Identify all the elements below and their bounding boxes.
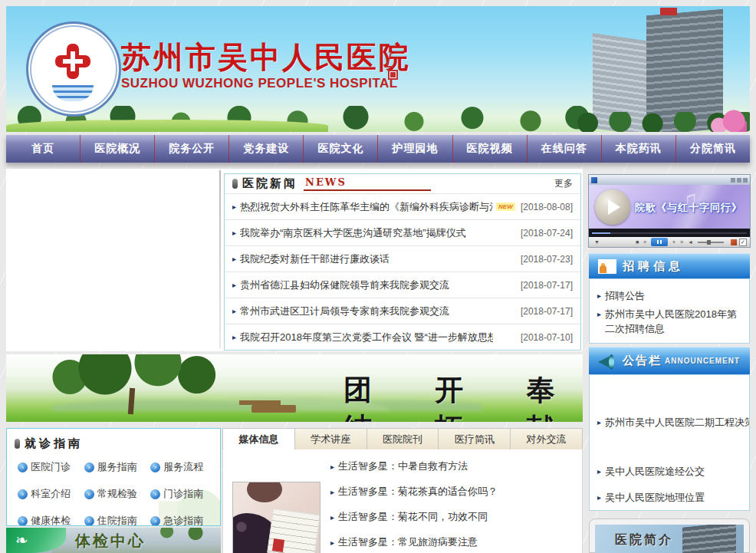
minimize-icon[interactable] (731, 178, 735, 183)
previous-icon[interactable]: « (643, 239, 646, 245)
announcement-item[interactable]: 吴中人民医院地理位置 (597, 490, 705, 505)
close-icon[interactable] (743, 178, 748, 183)
news-item[interactable]: 我院召开2018年度第三次党委工作会议 暨“进一步解放思想 [2018-07-1… (225, 324, 580, 350)
tree-graphic (52, 354, 228, 396)
guide-link-service-guide[interactable]: 服务指南 (84, 460, 151, 474)
guide-link-outpatient[interactable]: 医院门诊 (18, 460, 84, 474)
bullet-arrow-icon (232, 202, 236, 211)
tab-journal[interactable]: 医院院刊 (366, 428, 439, 450)
nav-item-qa[interactable]: 在线问答 (528, 135, 602, 163)
nav-item-culture[interactable]: 医院文化 (304, 135, 378, 163)
seek-progress (592, 232, 610, 234)
grass-graphic (6, 120, 328, 132)
next-icon[interactable]: » (672, 239, 675, 245)
orb-arrow-icon (150, 462, 160, 472)
flower-graphic (704, 101, 747, 132)
nav-item-overview[interactable]: 医院概况 (81, 135, 155, 163)
bullet-arrow-icon (330, 488, 334, 496)
menu-dropdown-icon[interactable]: ▼ (594, 239, 600, 245)
article-item[interactable]: 生活智多星：菊花茶真的适合你吗？ (330, 484, 498, 499)
bench-graphic (251, 405, 296, 413)
orb-arrow-icon (84, 462, 94, 472)
guide-link-outpatient-guide[interactable]: 门诊指南 (150, 487, 217, 501)
play-icon (608, 199, 620, 215)
hospital-homepage: 苏州市吴中人民医院 SUZHOU WUZHONG PEOPLE'S HOSPIT… (0, 0, 756, 553)
article-item[interactable]: 生活智多星：常见旅游病要注意 (330, 535, 478, 550)
guide-link-tests[interactable]: 常规检验 (84, 487, 151, 501)
megaphone-icon (597, 353, 616, 370)
stop-icon[interactable]: ■ (636, 239, 639, 245)
recruitment-item[interactable]: 招聘公告 (597, 288, 645, 303)
tab-briefs[interactable]: 医疗简讯 (438, 428, 511, 450)
player-logo-icon (591, 177, 597, 183)
tab-exchange[interactable]: 对外交流 (510, 428, 583, 450)
nav-item-home[interactable]: 首页 (6, 135, 81, 163)
guide-link-departments[interactable]: 科室介绍 (18, 487, 84, 501)
slogan-banner: 团结 开拓 奉献 (6, 354, 583, 422)
recruitment-icon (598, 259, 616, 274)
recruitment-item[interactable]: 苏州市吴中人民医院2018年第二次招聘信息 (597, 307, 744, 336)
article-photo (232, 482, 320, 553)
volume-icon[interactable]: ◄ (688, 239, 693, 245)
guide-link-service-flow[interactable]: 服务流程 (150, 460, 217, 474)
calligraphy-seal (388, 52, 400, 78)
announcement-subtitle: ANNOUNCEMENT (665, 357, 740, 365)
checkup-center-banner[interactable]: 体检中心 (6, 528, 221, 553)
bullet-arrow-icon (330, 462, 334, 471)
news-item[interactable]: 常州市武进区卫计局领导专家前来我院参观交流 [2018-07-17] (225, 298, 580, 324)
checkup-center-label: 体检中心 (75, 531, 146, 551)
article-list: 生活智多星：中暑自救有方法 生活智多星：菊花茶真的适合你吗？ 生活智多星：菊花不… (330, 449, 576, 553)
guide-link-checkup[interactable]: 健康体检 (18, 514, 84, 526)
nav-item-branch[interactable]: 分院简讯 (676, 135, 750, 163)
announcement-item[interactable]: 吴中人民医院途经公交 (597, 464, 705, 479)
header-banner: 苏州市吴中人民医院 SUZHOU WUZHONG PEOPLE'S HOSPIT… (6, 6, 750, 132)
bullet-arrow-icon (232, 307, 236, 315)
media-tab-content: 生活智多星：中暑自救有方法 生活智多星：菊花茶真的适合你吗？ 生活智多星：菊花不… (222, 449, 583, 553)
nav-item-affairs[interactable]: 院务公开 (155, 135, 229, 163)
maximize-icon[interactable] (737, 178, 741, 183)
guide-link-emergency[interactable]: 急诊指南 (150, 514, 217, 526)
tab-lectures[interactable]: 学术讲座 (294, 428, 367, 450)
section-pill-icon (232, 179, 238, 189)
leaf-swirl-icon (15, 531, 35, 549)
bullet-arrow-icon (232, 229, 236, 237)
hospital-intro-card[interactable]: 医院简介 (589, 518, 750, 553)
vertical-divider (219, 170, 221, 348)
news-item[interactable]: 我院纪委对新任干部进行廉政谈话 [2018-07-23] (225, 246, 580, 272)
player-controls: ▼ ■ « » ≡ ◄ ✓ (589, 237, 750, 247)
bullet-arrow-icon (597, 464, 601, 479)
record-icon[interactable] (731, 239, 737, 245)
wave-icon (52, 85, 94, 101)
bullet-arrow-icon (597, 415, 601, 430)
news-title: 医院新闻 (242, 176, 297, 191)
news-item[interactable]: 热烈祝贺大外科主任陈革华主编的《新编外科疾病诊断与治 NEW [2018-08-… (225, 194, 580, 220)
orb-arrow-icon (84, 516, 94, 526)
news-more-link[interactable]: 更多 (554, 177, 573, 190)
player-titlebar (589, 175, 750, 185)
recruitment-list: 招聘公告 苏州市吴中人民医院2018年第二次招聘信息 (589, 278, 750, 344)
nav-item-nursing[interactable]: 护理园地 (378, 135, 452, 163)
hospital-building-image (570, 6, 750, 132)
announcement-item[interactable]: 苏州市吴中人民医院二期工程决策事 (597, 415, 749, 430)
pause-button[interactable] (651, 238, 668, 246)
news-item[interactable]: 贵州省德江县妇幼保健院领导前来我院参观交流 [2018-07-17] (225, 272, 580, 298)
recruitment-title: 招聘信息 (623, 259, 684, 274)
seek-bar[interactable] (589, 229, 750, 237)
volume-slider[interactable] (698, 242, 724, 243)
article-item[interactable]: 生活智多星：菊花不同，功效不同 (330, 509, 488, 525)
slogan-text: 团结 开拓 奉献 (343, 371, 583, 422)
tab-media-info[interactable]: 媒体信息 (222, 428, 295, 450)
news-item[interactable]: 我院举办“南京医科大学医患沟通研究基地”揭牌仪式 [2018-07-24] (225, 220, 580, 246)
nav-item-video[interactable]: 医院视频 (453, 135, 528, 163)
orb-arrow-icon (150, 489, 160, 499)
nav-item-pharmacy[interactable]: 本院药讯 (602, 135, 676, 163)
video-player: 院歌《与红十字同行》 ▼ ■ « » ≡ ◄ ✓ (589, 175, 750, 247)
nav-item-party[interactable]: 党务建设 (229, 135, 304, 163)
guide-link-inpatient[interactable]: 住院指南 (84, 514, 151, 526)
visit-guide-section: 就诊指南 医院门诊 服务指南 服务流程 科室介绍 常规检验 门诊指南 健康体检 … (6, 428, 221, 526)
hospital-logo (26, 21, 121, 117)
settings-check-icon[interactable]: ✓ (739, 239, 747, 246)
article-item[interactable]: 生活智多星：中暑自救有方法 (330, 459, 468, 474)
playlist-icon[interactable]: ≡ (680, 239, 683, 245)
play-button[interactable] (595, 189, 630, 225)
